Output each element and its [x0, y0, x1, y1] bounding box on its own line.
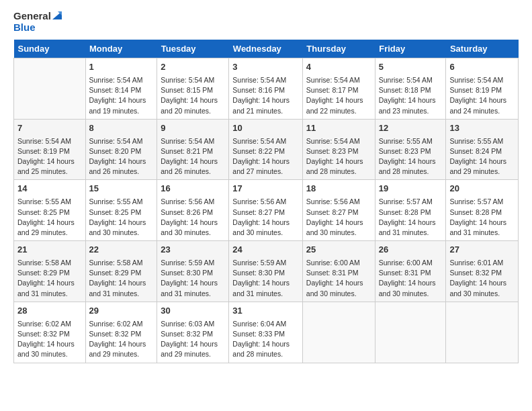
header-wednesday: Wednesday	[229, 40, 303, 58]
logo-general: General	[13, 11, 62, 22]
day-number: 8	[89, 122, 154, 135]
week-row-4: 21Sunrise: 5:58 AMSunset: 8:29 PMDayligh…	[14, 241, 519, 302]
day-info-line: Daylight: 14 hours	[306, 95, 371, 105]
day-number: 13	[449, 122, 515, 135]
day-info-line: and 24 minutes.	[449, 106, 515, 116]
calendar-cell: 11Sunrise: 5:54 AMSunset: 8:23 PMDayligh…	[302, 119, 375, 180]
calendar-cell: 4Sunrise: 5:54 AMSunset: 8:17 PMDaylight…	[302, 58, 375, 120]
day-info-line: Daylight: 14 hours	[449, 95, 515, 105]
day-info-line: Sunset: 8:32 PM	[449, 268, 515, 278]
calendar-cell: 1Sunrise: 5:54 AMSunset: 8:14 PMDaylight…	[85, 58, 157, 120]
day-number: 29	[89, 305, 154, 318]
day-number: 2	[161, 61, 225, 74]
day-info-line: Sunrise: 5:57 AM	[379, 197, 443, 207]
day-info-line: Sunrise: 6:03 AM	[161, 319, 225, 329]
calendar-cell: 9Sunrise: 5:54 AMSunset: 8:21 PMDaylight…	[157, 119, 229, 180]
day-info-line: Sunset: 8:27 PM	[306, 208, 371, 218]
calendar-cell: 17Sunrise: 5:56 AMSunset: 8:27 PMDayligh…	[229, 180, 303, 241]
calendar-cell: 18Sunrise: 5:56 AMSunset: 8:27 PMDayligh…	[302, 180, 375, 241]
calendar-cell: 23Sunrise: 5:59 AMSunset: 8:30 PMDayligh…	[157, 241, 229, 302]
day-info-line: Daylight: 14 hours	[161, 95, 225, 105]
day-number: 19	[379, 183, 443, 195]
day-info-line: Sunset: 8:15 PM	[161, 85, 225, 95]
day-info-line: Sunset: 8:27 PM	[232, 208, 299, 218]
day-info-line: and 23 minutes.	[379, 106, 443, 116]
day-number: 3	[232, 61, 299, 74]
day-info-line: Daylight: 14 hours	[379, 278, 443, 288]
day-info-line: Sunrise: 5:55 AM	[17, 197, 82, 207]
day-info-line: Sunrise: 5:54 AM	[89, 75, 154, 85]
calendar-cell: 20Sunrise: 5:57 AMSunset: 8:28 PMDayligh…	[446, 180, 519, 241]
calendar-cell: 22Sunrise: 5:58 AMSunset: 8:29 PMDayligh…	[85, 241, 157, 302]
day-number: 1	[89, 61, 154, 74]
day-info-line: and 21 minutes.	[232, 106, 299, 116]
day-info-line: Daylight: 14 hours	[379, 156, 443, 167]
calendar-cell: 13Sunrise: 5:55 AMSunset: 8:24 PMDayligh…	[446, 119, 519, 180]
logo-arrow-icon	[52, 11, 62, 19]
day-info-line: Sunset: 8:23 PM	[306, 146, 371, 156]
day-number: 9	[161, 122, 225, 135]
day-info-line: Daylight: 14 hours	[89, 156, 154, 167]
header-thursday: Thursday	[302, 40, 375, 58]
day-info-line: Sunset: 8:30 PM	[232, 268, 299, 278]
day-number: 7	[17, 122, 82, 135]
calendar-cell: 26Sunrise: 6:00 AMSunset: 8:31 PMDayligh…	[375, 241, 446, 302]
day-info-line: and 28 minutes.	[232, 349, 299, 359]
day-info-line: Daylight: 14 hours	[89, 218, 154, 228]
day-number: 27	[449, 244, 515, 257]
day-info-line: Daylight: 14 hours	[306, 156, 371, 167]
day-number: 18	[306, 183, 371, 195]
day-info-line: Daylight: 14 hours	[449, 278, 515, 288]
day-info-line: Daylight: 14 hours	[232, 156, 299, 167]
calendar-cell	[302, 302, 375, 363]
day-info-line: Daylight: 14 hours	[449, 156, 515, 167]
calendar-cell: 31Sunrise: 6:04 AMSunset: 8:33 PMDayligh…	[229, 302, 303, 363]
calendar-cell: 5Sunrise: 5:54 AMSunset: 8:18 PMDaylight…	[375, 58, 446, 120]
day-info-line: Sunrise: 5:54 AM	[161, 75, 225, 85]
calendar-cell: 16Sunrise: 5:56 AMSunset: 8:26 PMDayligh…	[157, 180, 229, 241]
day-info-line: Sunrise: 5:56 AM	[232, 197, 299, 207]
day-info-line: Sunrise: 5:59 AM	[161, 258, 225, 268]
day-number: 17	[232, 183, 299, 195]
day-info-line: Sunrise: 5:54 AM	[232, 136, 299, 146]
day-info-line: Sunrise: 5:54 AM	[379, 75, 443, 85]
day-info-line: and 20 minutes.	[161, 106, 225, 116]
day-info-line: Sunrise: 6:00 AM	[306, 258, 371, 268]
day-info-line: Daylight: 14 hours	[232, 218, 299, 228]
day-info-line: Daylight: 14 hours	[17, 218, 82, 228]
logo: General Blue	[13, 11, 62, 33]
day-info-line: Sunrise: 6:02 AM	[89, 319, 154, 329]
day-info-line: Sunrise: 5:58 AM	[17, 258, 82, 268]
calendar-cell: 27Sunrise: 6:01 AMSunset: 8:32 PMDayligh…	[446, 241, 519, 302]
day-info-line: and 30 minutes.	[161, 228, 225, 238]
day-info-line: Sunset: 8:21 PM	[161, 146, 225, 156]
calendar-cell: 25Sunrise: 6:00 AMSunset: 8:31 PMDayligh…	[302, 241, 375, 302]
day-info-line: Sunrise: 5:55 AM	[449, 136, 515, 146]
day-info-line: Sunset: 8:29 PM	[89, 268, 154, 278]
day-info-line: and 30 minutes.	[232, 228, 299, 238]
calendar-cell: 29Sunrise: 6:02 AMSunset: 8:32 PMDayligh…	[85, 302, 157, 363]
day-info-line: and 26 minutes.	[89, 167, 154, 177]
day-number: 31	[232, 305, 299, 318]
day-info-line: Daylight: 14 hours	[161, 156, 225, 167]
day-info-line: Sunrise: 5:55 AM	[89, 197, 154, 207]
day-info-line: Sunrise: 5:54 AM	[161, 136, 225, 146]
day-info-line: Daylight: 14 hours	[232, 278, 299, 288]
day-info-line: Sunset: 8:18 PM	[379, 85, 443, 95]
day-info-line: Daylight: 14 hours	[17, 278, 82, 288]
day-info-line: and 31 minutes.	[379, 228, 443, 238]
day-number: 10	[232, 122, 299, 135]
calendar-header-row: SundayMondayTuesdayWednesdayThursdayFrid…	[14, 40, 519, 58]
day-number: 30	[161, 305, 225, 318]
day-info-line: Sunset: 8:32 PM	[161, 329, 225, 339]
day-info-line: Sunset: 8:22 PM	[232, 146, 299, 156]
day-info-line: and 31 minutes.	[89, 289, 154, 299]
day-info-line: and 31 minutes.	[17, 289, 82, 299]
day-info-line: Sunset: 8:29 PM	[17, 268, 82, 278]
day-info-line: Sunrise: 5:58 AM	[89, 258, 154, 268]
day-info-line: and 29 minutes.	[449, 167, 515, 177]
logo-blue: Blue	[13, 22, 36, 34]
day-info-line: Sunrise: 5:56 AM	[161, 197, 225, 207]
day-info-line: Sunrise: 5:57 AM	[449, 197, 515, 207]
day-info-line: Daylight: 14 hours	[306, 278, 371, 288]
